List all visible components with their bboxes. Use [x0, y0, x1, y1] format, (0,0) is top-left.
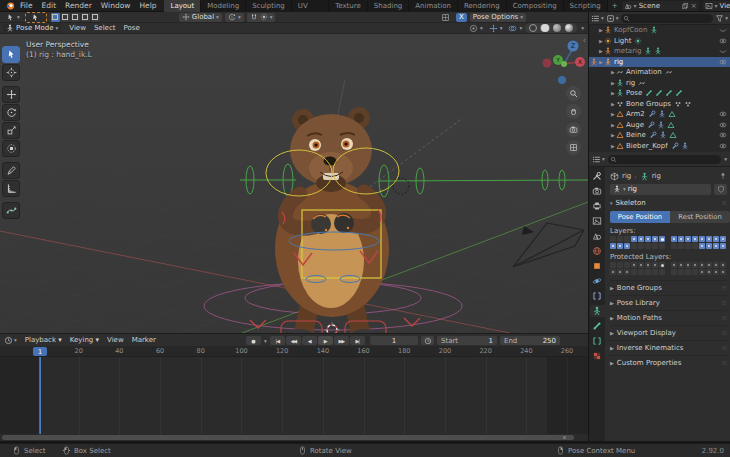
- protected-layer-8[interactable]: [671, 269, 677, 275]
- panel-collapse-icon[interactable]: ‹: [583, 36, 586, 45]
- protected-layer-0[interactable]: [610, 269, 616, 275]
- 3d-viewport[interactable]: User Perspective (1) rig : hand_ik.L Y Z…: [0, 34, 588, 333]
- armature-layer-1[interactable]: [617, 236, 623, 242]
- nav-camera-button[interactable]: [566, 122, 581, 137]
- properties-tab-bone-constraint[interactable]: [590, 335, 605, 347]
- navigation-gizmo[interactable]: Y Z X: [536, 38, 588, 90]
- armature-layer-15[interactable]: [720, 243, 726, 249]
- jump-end-button[interactable]: ▶|: [350, 336, 365, 345]
- protected-layer-1[interactable]: [617, 269, 623, 275]
- armature-layer-9[interactable]: [678, 243, 684, 249]
- armature-layer-8[interactable]: [671, 236, 677, 242]
- pin-icon[interactable]: [719, 172, 727, 180]
- viewport-menu-view[interactable]: View: [69, 24, 86, 32]
- armature-layer-10[interactable]: [685, 243, 691, 249]
- shading-solid-button[interactable]: [540, 24, 550, 32]
- armature-layer-11[interactable]: [692, 243, 698, 249]
- workspace-tab-uv-editing[interactable]: UV Editing: [292, 0, 329, 12]
- section-bone-groups[interactable]: ▶Bone Groups≡: [610, 280, 727, 295]
- armature-layer-0[interactable]: [610, 236, 616, 242]
- properties-tab-bone[interactable]: [590, 320, 605, 332]
- properties-tab-render[interactable]: [590, 185, 605, 197]
- editor-type-dropdown[interactable]: ▾: [591, 14, 604, 23]
- nav-zoom-button[interactable]: [566, 86, 581, 101]
- add-workspace-button[interactable]: +: [608, 0, 622, 12]
- timeline-body[interactable]: [0, 357, 588, 434]
- mirror-x-toggle[interactable]: X: [456, 13, 467, 22]
- next-key-button[interactable]: ▶▶: [334, 336, 349, 345]
- shading-wireframe-button[interactable]: [528, 24, 538, 32]
- protected-layer-12[interactable]: [699, 269, 705, 275]
- prev-key-button[interactable]: ◀◀: [286, 336, 301, 345]
- scrollbar-handle[interactable]: [2, 435, 574, 440]
- select-mode-1[interactable]: [61, 13, 70, 22]
- pivot-point-dropdown[interactable]: ▾: [225, 13, 244, 22]
- tool-annotate[interactable]: [2, 162, 20, 179]
- view-layer-selector[interactable]: ▾ View Layer ×: [703, 1, 730, 11]
- orientation-dropdown[interactable]: Global ▾: [179, 13, 222, 22]
- outliner-row-kopfcoon[interactable]: ▶KopfCoon: [589, 25, 730, 36]
- menu-file[interactable]: File: [20, 1, 33, 10]
- outliner-row-beine[interactable]: ▶Beine: [589, 130, 730, 141]
- properties-tab-world[interactable]: [590, 245, 605, 257]
- breadcrumb-data[interactable]: rig: [652, 172, 661, 180]
- protected-layer-8[interactable]: [671, 262, 677, 268]
- armature-layer-13[interactable]: [706, 243, 712, 249]
- viewport-menu-select[interactable]: Select: [94, 24, 116, 32]
- timeline-menu-view[interactable]: View: [107, 336, 124, 344]
- filter-dropdown[interactable]: ▾: [715, 14, 728, 23]
- protected-layer-12[interactable]: [699, 262, 705, 268]
- timeline-menu-marker[interactable]: Marker: [132, 336, 156, 344]
- armature-layer-14[interactable]: [713, 236, 719, 242]
- armature-layer-11[interactable]: [692, 236, 698, 242]
- armature-layer-2[interactable]: [624, 236, 630, 242]
- properties-tab-view-layer[interactable]: [590, 215, 605, 227]
- outliner-row-rig[interactable]: ▶rig: [589, 78, 730, 89]
- rest-position-button[interactable]: Rest Position: [670, 211, 730, 223]
- armature-layer-14[interactable]: [713, 243, 719, 249]
- properties-tab-constraints[interactable]: [590, 290, 605, 302]
- tool-transform[interactable]: [2, 140, 20, 157]
- armature-layer-5[interactable]: [645, 236, 651, 242]
- protected-layer-0[interactable]: [610, 262, 616, 268]
- protected-layer-7[interactable]: [659, 269, 665, 275]
- snap-dropdown[interactable]: ▾: [247, 13, 276, 22]
- armature-layer-3[interactable]: [631, 243, 637, 249]
- eye-open-icon[interactable]: [719, 37, 727, 45]
- armature-layer-10[interactable]: [685, 236, 691, 242]
- timeline-scrollbar[interactable]: [0, 434, 588, 441]
- jump-start-button[interactable]: |◀: [270, 336, 285, 345]
- breadcrumb-object[interactable]: rig: [622, 172, 631, 180]
- armature-layer-5[interactable]: [645, 243, 651, 249]
- armature-layer-8[interactable]: [671, 243, 677, 249]
- hand-control-right[interactable]: [334, 213, 354, 233]
- workspace-tab-texture-paint[interactable]: Texture Paint: [329, 0, 368, 12]
- workspace-tab-rendering[interactable]: Rendering: [458, 0, 507, 12]
- properties-search-input[interactable]: [619, 155, 721, 163]
- protected-layer-11[interactable]: [692, 262, 698, 268]
- properties-tab-physics[interactable]: [590, 275, 605, 287]
- eye-closed-icon[interactable]: [719, 47, 727, 55]
- armature-layer-12[interactable]: [699, 236, 705, 242]
- properties-search[interactable]: [608, 155, 721, 164]
- shading-dropdown-icon[interactable]: ▾: [581, 25, 584, 31]
- protected-layer-5[interactable]: [645, 262, 651, 268]
- outliner-search[interactable]: [621, 14, 714, 23]
- armature-layer-3[interactable]: [631, 236, 637, 242]
- protected-layer-9[interactable]: [678, 269, 684, 275]
- section-motion-paths[interactable]: ▶Motion Paths≡: [610, 310, 727, 325]
- outliner-search-input[interactable]: [632, 14, 714, 22]
- tool-measure[interactable]: [2, 180, 20, 197]
- timeline-menu-playback[interactable]: Playback ▾: [25, 336, 62, 344]
- protected-layer-3[interactable]: [631, 269, 637, 275]
- menu-window[interactable]: Window: [101, 1, 131, 10]
- armature-layer-7[interactable]: [659, 236, 665, 242]
- display-mode-dropdown[interactable]: ▾: [606, 14, 619, 23]
- protected-layer-13[interactable]: [706, 269, 712, 275]
- properties-tab-output[interactable]: [590, 200, 605, 212]
- menu-help[interactable]: Help: [139, 1, 156, 10]
- eye-open-icon[interactable]: [719, 131, 727, 139]
- pose-options-dropdown[interactable]: Pose Options ▾: [470, 13, 526, 22]
- shading-material-button[interactable]: [552, 24, 562, 32]
- tool-presets-button[interactable]: ▾: [3, 13, 23, 22]
